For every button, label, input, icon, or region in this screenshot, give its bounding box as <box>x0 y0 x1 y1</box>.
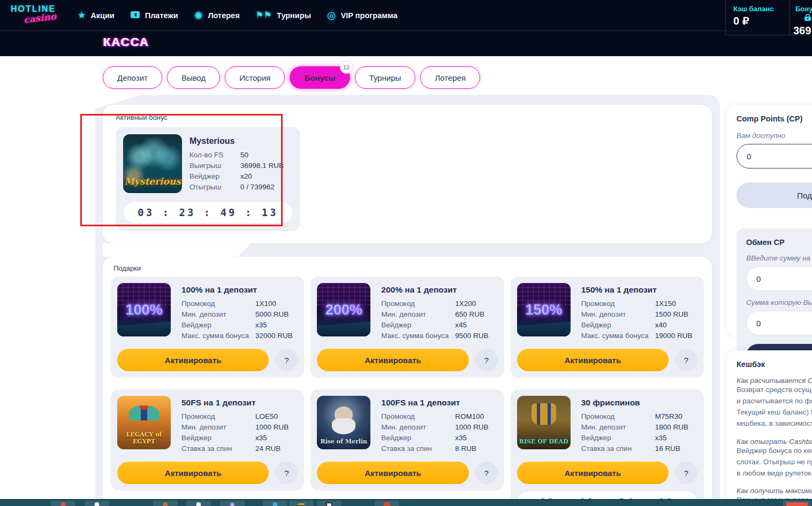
row-value: 1X150 <box>655 300 697 308</box>
gift-card-100-percent: 100% 100% на 1 депозит Промокод1X100 Мин… <box>111 277 304 378</box>
gifts-panel: Подарки 100% 100% на 1 депозит Промокод1… <box>103 257 712 506</box>
legacy-of-egypt-image: LEGACY of EGYPT <box>117 396 171 449</box>
activate-button[interactable]: Активировать <box>517 462 669 484</box>
help-button[interactable]: ? <box>275 462 298 484</box>
active-bonus-panel: Активный бонус Mysterious Mysterious Кол… <box>103 105 712 243</box>
row-value: x35 <box>655 434 697 442</box>
gifts-section-label: Подарки <box>113 264 704 272</box>
activate-button[interactable]: Активировать <box>117 462 269 484</box>
bonus-count-badge: 12 <box>340 60 353 74</box>
row-value: M75R30 <box>655 412 697 420</box>
tab-deposit[interactable]: Депозит <box>103 66 162 89</box>
taskbar-app[interactable] <box>51 501 75 506</box>
row-value: 8 RUB <box>455 444 497 453</box>
help-button[interactable]: ? <box>475 462 498 484</box>
timer-value: 03 : 23 : 49 : 13 <box>138 206 278 218</box>
gift-title: 150% на 1 депозит <box>581 285 697 295</box>
taskbar-app[interactable] <box>85 501 109 506</box>
nav-item-vip[interactable]: ◎ VIP программа <box>327 10 398 20</box>
tab-history[interactable]: История <box>225 66 285 89</box>
row-label: Макс. сумма бонуса <box>181 332 255 340</box>
star-icon: ★ <box>78 11 86 20</box>
help-button[interactable]: ? <box>675 349 697 371</box>
os-taskbar <box>0 499 812 506</box>
row-value: 1X200 <box>455 300 497 308</box>
taskbar-app[interactable] <box>153 501 178 506</box>
tab-label: Вывод <box>181 73 206 82</box>
nav-item-lottery[interactable]: ✺ Лотерея <box>194 10 240 21</box>
gift-card-200-percent: 200% 200% на 1 депозит Промокод1X200 Мин… <box>310 277 504 378</box>
nav-label: VIP программа <box>341 11 398 20</box>
app-icon <box>298 503 305 505</box>
bonus-balance: Бонус 369 <box>790 0 812 35</box>
nav-item-payments[interactable]: Платежи <box>131 11 178 20</box>
taskbar-app[interactable] <box>317 501 342 506</box>
help-button[interactable]: ? <box>675 462 697 484</box>
row-label: Вейджер <box>381 321 455 329</box>
row-value: 16 RUB <box>655 444 697 453</box>
row-label: Ставка за спин <box>181 444 255 453</box>
app-icon <box>163 502 168 506</box>
game-image-label: Mysterious <box>123 176 182 187</box>
nav-label: Платежи <box>145 11 178 20</box>
comp-points-available-input[interactable] <box>737 144 812 168</box>
taskbar-app[interactable] <box>186 501 211 506</box>
bonus-balance-label: Бонус <box>795 5 812 13</box>
row-label: Вейджер <box>581 434 655 442</box>
game-image-label: 150% <box>525 302 562 318</box>
cashback-title: Кешбэк <box>737 360 812 369</box>
tab-bonuses[interactable]: Бонусы 12 <box>290 66 350 89</box>
row-label: Мин. депозит <box>181 310 255 318</box>
taskbar-app[interactable] <box>263 501 287 506</box>
tab-label: Депозит <box>117 73 148 82</box>
gifts-grid: 100% 100% на 1 депозит Промокод1X100 Мин… <box>111 277 704 506</box>
row-value: 650 RUB <box>455 310 497 318</box>
row-value: 1000 RUB <box>455 423 497 431</box>
help-button[interactable]: ? <box>475 349 498 371</box>
game-image-label: 200% <box>325 302 362 318</box>
help-button[interactable]: ? <box>275 349 298 371</box>
game-image-label: Rise of Merlin <box>317 438 370 445</box>
cp-amount-input[interactable] <box>746 266 812 291</box>
row-label: Ставка за спин <box>581 444 655 453</box>
taskbar-app[interactable] <box>220 501 245 506</box>
tab-withdraw[interactable]: Вывод <box>167 66 220 89</box>
logo[interactable]: HOTLINE casino <box>11 4 70 22</box>
row-label: Вейджер <box>581 321 655 329</box>
row-value: x20 <box>240 172 293 180</box>
cp-result-input[interactable] <box>746 311 812 335</box>
exchange-input1-label: ВВедите сумму на CP с <box>746 254 812 262</box>
taskbar-app[interactable] <box>783 501 811 506</box>
details-button[interactable]: Подробнее <box>737 182 812 208</box>
game-image-label: RISE OF DEAD <box>517 438 571 445</box>
gift-card-100fs: Rise of Merlin 100FS на 1 депозит Промок… <box>310 389 504 490</box>
nav-label: Турниры <box>277 11 311 20</box>
cashback-line: кешбека, в зависимости о <box>737 418 812 430</box>
row-value: 32000 RUB <box>255 332 298 340</box>
row-value: 0 / 739962 <box>240 183 293 191</box>
gift-title: 30 фриспинов <box>581 398 697 408</box>
row-label: Мин. депозит <box>381 310 455 318</box>
gift-title: 100FS на 1 депозит <box>381 398 497 408</box>
row-label: Мин. депозит <box>581 310 655 318</box>
activate-button[interactable]: Активировать <box>117 349 269 371</box>
activate-button[interactable]: Активировать <box>317 349 468 371</box>
active-bonus-timer: 03 : 23 : 49 : 13 <box>123 201 293 224</box>
tab-label: История <box>239 73 270 82</box>
nav-item-promotions[interactable]: ★ Акции <box>78 11 115 20</box>
tab-tournaments[interactable]: Турниры <box>355 66 416 89</box>
main-nav: ★ Акции Платежи ✺ Лотерея ⚑⚑ Турниры ◎ V… <box>78 0 398 30</box>
activate-button[interactable]: Активировать <box>317 462 468 484</box>
app-icon <box>786 502 808 506</box>
active-bonus-game-title: Mysterious <box>189 136 293 146</box>
exchange-title: Обмен CP <box>746 238 812 247</box>
nav-item-tournaments[interactable]: ⚑⚑ Турниры <box>256 11 311 20</box>
app-icon <box>326 502 332 506</box>
activate-button[interactable]: Активировать <box>517 349 669 371</box>
header: HOTLINE casino ★ Акции Платежи ✺ Лотерея… <box>0 0 812 56</box>
header-divider <box>0 30 752 31</box>
tab-lottery[interactable]: Лотерея <box>420 66 480 89</box>
taskbar-app[interactable] <box>375 501 399 506</box>
cashback-line: слотах. Отыгрыш не прои <box>737 457 812 468</box>
taskbar-app[interactable] <box>289 501 314 506</box>
